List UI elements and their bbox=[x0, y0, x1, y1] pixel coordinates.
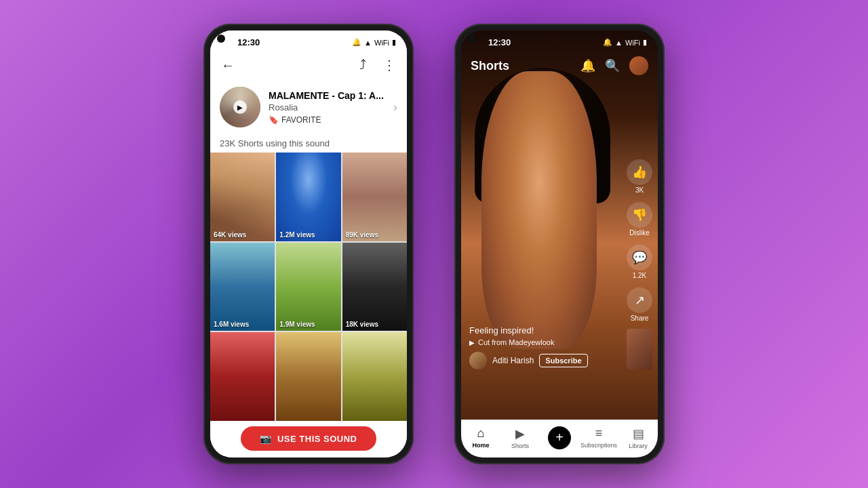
signal-icon-r: ▲ bbox=[615, 39, 623, 47]
nav-actions: ⤴ ⋮ bbox=[357, 54, 399, 76]
views-2: 1.2M views bbox=[279, 231, 315, 239]
bell-icon[interactable]: 🔔 bbox=[580, 58, 595, 73]
play-icon[interactable]: ▶ bbox=[233, 100, 247, 114]
face-bg bbox=[481, 71, 597, 349]
status-bar-left: 12:30 🔔 ▲ WiFi ▮ bbox=[210, 30, 407, 50]
video-cell-1[interactable]: 64K views bbox=[210, 152, 275, 241]
status-time-left: 12:30 bbox=[237, 37, 260, 47]
creator-row: Aditi Harish Subscribe bbox=[469, 352, 617, 369]
video-source[interactable]: ▶ Cut from Madeyewlook bbox=[469, 338, 617, 346]
camera bbox=[217, 35, 225, 43]
nav-shorts[interactable]: ▶ Shorts bbox=[500, 426, 540, 449]
wifi-icon: WiFi bbox=[374, 39, 389, 47]
video-cell-5[interactable]: 1.9M views bbox=[276, 243, 340, 331]
like-button[interactable]: 👍 3K bbox=[627, 159, 652, 194]
battery-icon: ▮ bbox=[392, 38, 396, 47]
comment-button[interactable]: 💬 1.2K bbox=[627, 245, 652, 279]
library-label: Library bbox=[629, 443, 648, 449]
home-label: Home bbox=[472, 442, 489, 449]
more-options-icon[interactable]: ⋮ bbox=[380, 54, 399, 76]
shorts-icon: ▶ bbox=[515, 426, 525, 441]
volume-icon: 🔔 bbox=[352, 38, 361, 47]
comment-count: 1.2K bbox=[633, 272, 647, 279]
share-label: Share bbox=[631, 314, 649, 322]
sound-thumbnail[interactable]: ▶ bbox=[220, 87, 260, 127]
side-actions: 👍 3K 👎 Dislike 💬 1.2K ↗ Share ••• bbox=[627, 159, 652, 356]
search-icon[interactable]: 🔍 bbox=[605, 58, 620, 73]
right-phone: 12:30 🔔 ▲ WiFi ▮ Shorts 🔔 🔍 👍 3K bbox=[454, 24, 665, 464]
status-time-right: 12:30 bbox=[488, 37, 511, 47]
signal-icon: ▲ bbox=[364, 39, 372, 47]
video-cell-6[interactable]: 18K views bbox=[342, 243, 407, 331]
shorts-title: Shorts bbox=[471, 59, 509, 73]
video-cell-3[interactable]: 89K views bbox=[342, 152, 407, 241]
creator-name: Aditi Harish bbox=[492, 356, 534, 365]
nav-library[interactable]: ▤ Library bbox=[618, 426, 658, 449]
use-sound-bar: 📷 USE THIS SOUND bbox=[210, 421, 407, 458]
subscriptions-icon: ≡ bbox=[595, 426, 603, 441]
nav-subscriptions[interactable]: ≡ Subscriptions bbox=[579, 426, 618, 449]
video-cell-4[interactable]: 1.6M views bbox=[210, 243, 275, 331]
left-phone: 12:30 🔔 ▲ WiFi ▮ ← ⤴ ⋮ ▶ MALAMENTE - Cap… bbox=[203, 24, 414, 464]
views-1: 64K views bbox=[214, 231, 246, 239]
share-button[interactable]: ↗ Share bbox=[627, 287, 652, 322]
header-icons: 🔔 🔍 bbox=[580, 56, 648, 75]
views-3: 89K views bbox=[346, 231, 378, 239]
status-bar-right: 12:30 🔔 ▲ WiFi ▮ bbox=[461, 30, 658, 50]
video-info: Feeling inspired! ▶ Cut from Madeyewlook… bbox=[469, 325, 617, 369]
share-icon-r: ↗ bbox=[627, 287, 652, 313]
like-icon: 👍 bbox=[627, 159, 652, 185]
battery-icon-r: ▮ bbox=[643, 38, 647, 47]
subscriptions-label: Subscriptions bbox=[580, 442, 617, 449]
nav-home[interactable]: ⌂ Home bbox=[461, 426, 500, 449]
sound-card: ▶ MALAMENTE - Cap 1: A... Rosalia 🔖 FAVO… bbox=[210, 80, 407, 134]
views-4: 1.6M views bbox=[214, 321, 249, 328]
camera-right bbox=[468, 35, 476, 43]
chevron-right-icon[interactable]: › bbox=[393, 100, 397, 115]
shorts-header: Shorts 🔔 🔍 bbox=[461, 51, 658, 78]
favorite-button[interactable]: 🔖 FAVORITE bbox=[269, 115, 385, 125]
source-text: Cut from Madeyewlook bbox=[478, 338, 555, 346]
create-icon[interactable]: + bbox=[548, 426, 571, 449]
creator-avatar[interactable] bbox=[469, 352, 487, 369]
bottom-nav-right: ⌂ Home ▶ Shorts + ≡ Subscriptions ▤ Libr… bbox=[461, 420, 658, 458]
views-5: 1.9M views bbox=[279, 321, 315, 328]
video-grid: 64K views 1.2M views 89K views 1.6M view… bbox=[210, 152, 407, 421]
creator-thumbnail[interactable] bbox=[627, 329, 652, 369]
share-icon[interactable]: ⤴ bbox=[357, 54, 369, 76]
wifi-icon-r: WiFi bbox=[625, 39, 640, 47]
play-source-icon: ▶ bbox=[469, 339, 475, 346]
video-cell-7[interactable] bbox=[210, 332, 275, 421]
video-cell-8[interactable] bbox=[276, 332, 340, 421]
library-icon: ▤ bbox=[633, 426, 644, 441]
dislike-button[interactable]: 👎 Dislike bbox=[627, 202, 652, 237]
use-this-sound-button[interactable]: 📷 USE THIS SOUND bbox=[241, 426, 376, 451]
sound-info: MALAMENTE - Cap 1: A... Rosalia 🔖 FAVORI… bbox=[269, 90, 385, 125]
subscribe-button[interactable]: Subscribe bbox=[539, 354, 587, 367]
shorts-count: 23K Shorts using this sound bbox=[210, 134, 407, 152]
status-icons-right: 🔔 ▲ WiFi ▮ bbox=[603, 38, 647, 47]
status-icons-left: 🔔 ▲ WiFi ▮ bbox=[352, 38, 396, 47]
video-cell-9[interactable] bbox=[342, 332, 407, 421]
sound-artist[interactable]: Rosalia bbox=[269, 102, 385, 113]
dislike-label: Dislike bbox=[629, 229, 649, 237]
video-cell-2[interactable]: 1.2M views bbox=[276, 152, 340, 241]
bookmark-icon: 🔖 bbox=[269, 115, 279, 125]
shorts-label: Shorts bbox=[511, 443, 529, 449]
top-nav-left: ← ⤴ ⋮ bbox=[210, 50, 407, 80]
nav-create[interactable]: + bbox=[540, 426, 579, 449]
views-6: 18K views bbox=[346, 321, 378, 328]
back-icon[interactable]: ← bbox=[218, 55, 237, 76]
home-icon: ⌂ bbox=[477, 426, 485, 441]
camera-btn-icon: 📷 bbox=[260, 433, 272, 444]
dislike-icon: 👎 bbox=[627, 202, 652, 228]
sound-title: MALAMENTE - Cap 1: A... bbox=[269, 90, 385, 101]
comment-icon: 💬 bbox=[627, 245, 652, 270]
like-count: 3K bbox=[635, 186, 644, 194]
user-avatar[interactable] bbox=[629, 56, 648, 75]
vol-icon-r: 🔔 bbox=[603, 38, 612, 47]
video-caption: Feeling inspired! bbox=[469, 325, 617, 336]
